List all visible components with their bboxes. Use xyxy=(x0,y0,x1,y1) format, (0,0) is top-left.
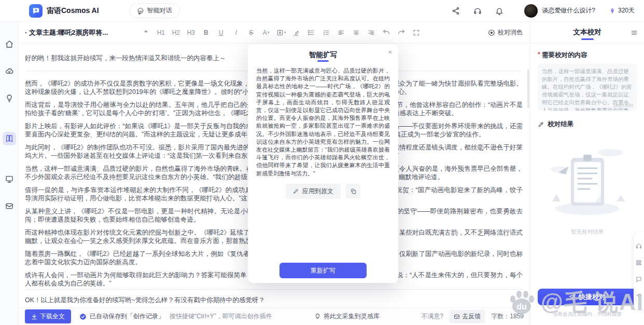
apply-to-original-label: 应用到原文 xyxy=(302,187,333,196)
app-logo[interactable] xyxy=(29,4,43,18)
align-left-icon xyxy=(338,29,345,36)
bullet-list-button[interactable] xyxy=(305,27,317,38)
rail-item-workspace[interactable] xyxy=(3,172,16,186)
nav-smart-chat[interactable]: 智能对话 xyxy=(129,3,180,18)
back-top-icon[interactable] xyxy=(636,293,642,299)
undo-button[interactable] xyxy=(381,27,392,38)
mail-icon xyxy=(5,202,13,210)
support-headset-icon[interactable] xyxy=(636,243,642,249)
panel-title: 文本校对 xyxy=(573,28,601,38)
monitor-icon xyxy=(5,175,13,183)
lightbulb-icon xyxy=(5,94,13,102)
heading2-button[interactable]: H2 xyxy=(170,27,181,38)
brand-name: 宙语Cosmos AI xyxy=(47,6,99,16)
underline-button[interactable]: U xyxy=(215,27,227,38)
editor-scrollbar[interactable] xyxy=(527,70,529,108)
bell-icon[interactable] xyxy=(495,7,503,15)
align-center-button[interactable] xyxy=(351,27,362,38)
document-bottom: OK！以上就是我为你准备好的续写哟~觉得怎么样？有没有戳中你期待中的感觉呀？ xyxy=(25,289,523,307)
result-label-row: 校对结果 xyxy=(538,120,637,129)
editor-toolbar: · 文章主题:哪吒2票房即将... ❝ H1 H2 H3 B U I S A▾ … xyxy=(19,22,530,44)
apply-to-original-button[interactable]: 应用到原文 xyxy=(286,184,341,199)
rail-item-writing[interactable] xyxy=(3,132,16,145)
pencil-icon xyxy=(293,188,299,194)
envelope-icon xyxy=(454,314,460,320)
fullscreen-icon xyxy=(413,29,420,36)
panel-menu-icon[interactable] xyxy=(631,29,638,36)
unsatisfied-text: 不满意? xyxy=(422,312,444,321)
clipboard-illustration-icon xyxy=(544,140,631,221)
bulb-small-icon xyxy=(314,313,321,320)
re-expand-button[interactable]: 重新扩写 xyxy=(279,263,367,278)
quick-proofread-button[interactable]: 快捷校对 xyxy=(538,289,637,305)
username: 谈恋爱做什么设计? xyxy=(542,6,595,15)
target-icon xyxy=(488,29,495,36)
headphones-icon[interactable] xyxy=(473,7,482,15)
redo-button[interactable] xyxy=(396,27,407,38)
blockquote-icon[interactable]: ❝ xyxy=(140,27,151,38)
proofread-polish-button[interactable]: 校对润色 xyxy=(488,28,523,37)
quick-proofread-label: 快捷校对 xyxy=(579,292,606,302)
download-full-text-label: 下载全文 xyxy=(40,312,65,321)
footer-right-group: 不满意? 去反馈 字数：1859 xyxy=(422,310,524,323)
numbered-list-button[interactable] xyxy=(320,27,332,38)
divider xyxy=(25,289,523,290)
heading3-button[interactable]: H3 xyxy=(185,27,197,38)
copy-button[interactable] xyxy=(346,184,360,198)
strikethrough-button[interactable]: S xyxy=(245,27,257,38)
italic-button[interactable]: I xyxy=(230,27,242,38)
bullet-list-icon xyxy=(307,29,315,36)
rail-item-inspiration[interactable] xyxy=(3,91,16,105)
highlight-color-button[interactable]: ▾ xyxy=(275,27,287,38)
caret-down-icon: ▾ xyxy=(284,30,286,35)
feedback-label: 去反馈 xyxy=(462,312,481,321)
floating-side-toolbar xyxy=(634,233,644,309)
redo-icon xyxy=(398,29,405,36)
align-right-button[interactable] xyxy=(366,27,377,38)
clear-format-button[interactable] xyxy=(290,27,302,38)
book-icon xyxy=(5,134,13,143)
bold-button[interactable]: B xyxy=(200,27,212,38)
modal-footer: 重新扩写 xyxy=(248,263,398,283)
proofread-panel-header: 文本校对 xyxy=(530,22,644,44)
nav-smart-chat-label: 智能对话 xyxy=(147,6,172,15)
vip-badge[interactable]: 320天 xyxy=(609,6,635,15)
diamond-icon xyxy=(609,7,616,15)
proofread-panel-body: * 需要校对的内容 当然，这样一部诚意满满、品质过硬的影片，自然也赢得了海外市场… xyxy=(530,44,644,325)
result-label: 校对结果 xyxy=(548,120,573,129)
rail-item-home[interactable] xyxy=(3,37,16,51)
rail-item-cloud[interactable] xyxy=(3,64,16,78)
heading1-button[interactable]: H1 xyxy=(155,27,166,38)
close-icon[interactable]: × xyxy=(388,48,392,56)
feedback-button[interactable]: 去反馈 xyxy=(450,310,485,323)
rail-item-messages[interactable] xyxy=(3,199,16,213)
proofread-input[interactable]: 当然，这样一部诚意满满、品质过硬的影片，自然也赢得了海外市场的青睐。在纽约时代广… xyxy=(538,64,637,111)
autosave-status: 已自动保存到「创作记录」 xyxy=(79,312,164,321)
download-icon xyxy=(31,314,37,320)
modal-title-underline xyxy=(317,60,329,62)
app-header: 宙语Cosmos AI 智能对话 谈恋爱做什么设计? 320天 xyxy=(0,0,644,22)
font-color-button[interactable]: A▾ xyxy=(260,27,272,38)
undo-icon xyxy=(383,29,390,36)
panel-title-underline xyxy=(581,38,594,40)
edit-pencil-icon xyxy=(538,121,544,128)
format-toolbar: ❝ H1 H2 H3 B U I S A▾ ▾ xyxy=(140,27,422,38)
document-outro: OK！以上就是我为你准备好的续写哟~觉得怎么样？有没有戳中你期待中的感觉呀？ xyxy=(25,296,523,304)
cloud-icon xyxy=(5,67,13,75)
qrcode-icon[interactable] xyxy=(636,260,642,266)
avatar[interactable] xyxy=(524,4,538,18)
message-icon[interactable] xyxy=(636,276,642,282)
vip-note: 当前会员生效期内，不消耗能量 xyxy=(530,311,644,318)
collect-to-inspiration-button[interactable]: 将此文采集到灵感库 xyxy=(314,312,380,321)
fullscreen-button[interactable] xyxy=(411,27,422,38)
share-icon[interactable] xyxy=(452,7,460,15)
shortcut-hint: 按快捷键“Ctrl+Y”，即可调出创作插件 xyxy=(170,312,272,321)
home-icon xyxy=(5,40,13,48)
check-circle-icon xyxy=(79,313,87,320)
align-center-icon xyxy=(353,29,360,36)
download-full-text-button[interactable]: 下载全文 xyxy=(25,309,71,323)
word-count: 字数：1859 xyxy=(491,312,524,321)
align-left-button[interactable] xyxy=(335,27,347,38)
modal-header: 智能扩写 × xyxy=(248,44,398,63)
vip-days: 320天 xyxy=(618,6,635,15)
